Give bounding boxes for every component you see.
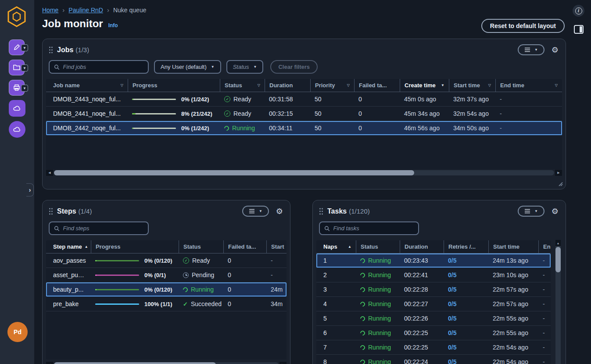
column-header-status[interactable]: Status xyxy=(179,240,223,253)
launcher-version-dropdown[interactable]: ▼ xyxy=(21,64,28,71)
retries-link[interactable]: 0/5 xyxy=(448,271,456,278)
column-header-end-time[interactable]: End time▽ xyxy=(495,79,562,92)
split-panel-button[interactable] xyxy=(574,25,584,34)
jobs-preferences-dropdown[interactable]: ▼ xyxy=(518,44,544,55)
retries-link[interactable]: 0/5 xyxy=(448,257,456,264)
jobs-horizontal-scrollbar[interactable]: ◀ ▶ xyxy=(46,170,562,176)
scroll-right-icon[interactable]: ▶ xyxy=(555,170,562,176)
scrollbar-thumb[interactable] xyxy=(555,247,561,272)
task-row[interactable]: 4Running00:22:270/522m 57s ago- xyxy=(316,297,551,311)
column-header-naps[interactable]: Naps▲ xyxy=(316,240,356,253)
duration: 00:22:24 xyxy=(400,358,444,364)
status-label: Running xyxy=(232,125,255,132)
breadcrumb-home[interactable]: Home xyxy=(42,7,58,14)
sidebar-expand-button[interactable]: › xyxy=(26,183,34,196)
retries-link[interactable]: 0/5 xyxy=(448,300,456,307)
step-row[interactable]: pre_bake100% (1/1)✓Succeeded034m xyxy=(46,297,287,311)
app-launcher-brush[interactable]: ▼ xyxy=(9,39,25,55)
column-header-status[interactable]: Status xyxy=(356,240,400,253)
column-header-status[interactable]: Status▽ xyxy=(220,79,265,92)
task-row[interactable]: 1Running00:23:430/524m 13s ago- xyxy=(316,253,551,268)
task-row[interactable]: 6Running00:22:250/522m 55s ago- xyxy=(316,326,551,340)
task-row[interactable]: 8Running00:22:240/522m 54s ago- xyxy=(316,355,551,364)
steps-search-box[interactable] xyxy=(49,221,149,235)
scrollbar-track[interactable] xyxy=(54,170,554,175)
column-header-start-time[interactable]: Start time▽ xyxy=(449,79,495,92)
find-steps-input[interactable] xyxy=(63,225,143,232)
info-circle-button[interactable]: i xyxy=(573,5,584,17)
column-header-failed-ta[interactable]: Failed ta... xyxy=(354,79,400,92)
breadcrumb-farm[interactable]: Pauline RnD xyxy=(68,7,103,14)
step-row[interactable]: beauty_p...0% (0/120)Running024m xyxy=(46,282,287,297)
end-time: - xyxy=(538,358,551,364)
drag-handle-icon[interactable] xyxy=(319,208,323,215)
retries-link[interactable]: 0/5 xyxy=(448,358,456,364)
drag-handle-icon[interactable] xyxy=(49,208,53,215)
column-header-step-name[interactable]: Step name▲ xyxy=(46,240,91,253)
steps-count: (1/4) xyxy=(79,207,92,215)
retries-link[interactable]: 0/5 xyxy=(448,329,456,336)
reset-layout-button[interactable]: Reset to default layout xyxy=(481,19,565,33)
scroll-up-icon[interactable]: ▲ xyxy=(555,240,561,246)
scrollbar-thumb[interactable] xyxy=(54,170,414,175)
column-header-progress[interactable]: Progress xyxy=(91,240,179,253)
steps-preferences-dropdown[interactable]: ▼ xyxy=(242,206,269,217)
step-row[interactable]: asset_pub...0% (0/1)Pending0- xyxy=(46,268,287,282)
column-header-start[interactable]: Start xyxy=(266,240,287,253)
column-label: Status xyxy=(183,243,201,250)
step-row[interactable]: aov_passes0% (0/120)✓Ready0- xyxy=(46,253,287,268)
progress-label: 0% (1/242) xyxy=(181,96,209,103)
app-launcher-printer[interactable]: ▼ xyxy=(9,80,25,96)
column-header-progress[interactable]: Progress xyxy=(128,79,220,92)
info-link[interactable]: Info xyxy=(108,22,118,29)
cloud-app-button[interactable] xyxy=(9,100,25,117)
find-tasks-input[interactable] xyxy=(333,225,414,232)
column-header-priority[interactable]: Priority▽ xyxy=(310,79,354,92)
retries-link[interactable]: 0/5 xyxy=(448,286,456,293)
tasks-search-box[interactable] xyxy=(319,221,419,235)
steps-horizontal-scrollbar[interactable]: ◀ ▶ xyxy=(46,362,287,364)
task-row[interactable]: 3Running00:22:280/522m 57s ago- xyxy=(316,282,551,297)
scroll-left-icon[interactable]: ◀ xyxy=(46,362,53,364)
column-header-failed-ta[interactable]: Failed ta... xyxy=(223,240,266,253)
status-filter-select[interactable]: Status ▼ xyxy=(226,60,264,74)
find-jobs-input[interactable] xyxy=(63,64,143,70)
column-label: Failed ta... xyxy=(359,82,387,89)
scroll-right-icon[interactable]: ▶ xyxy=(279,362,287,364)
app-launcher-folder[interactable]: ▼ xyxy=(9,60,25,75)
retries-link[interactable]: 0/5 xyxy=(448,344,456,351)
jobs-search-box[interactable] xyxy=(49,60,149,74)
scroll-left-icon[interactable]: ◀ xyxy=(46,170,53,176)
column-header-create-time[interactable]: Create time▼ xyxy=(400,79,449,92)
user-avatar[interactable]: Pd xyxy=(7,322,28,342)
tasks-preferences-dropdown[interactable]: ▼ xyxy=(518,206,544,217)
tasks-vertical-scrollbar[interactable]: ▲ xyxy=(555,240,561,364)
column-header-duration[interactable]: Duration xyxy=(265,79,310,92)
steps-settings-gear-icon[interactable]: ⚙ xyxy=(276,207,283,215)
job-row[interactable]: DMOB_2441_noqe_ful...8% (21/242)✓Ready00… xyxy=(46,107,562,121)
drag-handle-icon[interactable] xyxy=(49,46,53,54)
column-header-retries[interactable]: Retries /... xyxy=(444,240,488,253)
scrollbar-thumb[interactable] xyxy=(54,362,216,364)
clear-filters-button[interactable]: Clear filters xyxy=(270,60,318,74)
task-row[interactable]: 5Running00:22:260/522m 55s ago- xyxy=(316,311,551,326)
retries-link[interactable]: 0/5 xyxy=(448,315,456,322)
column-header-start-time[interactable]: Start time xyxy=(488,240,538,253)
jobs-settings-gear-icon[interactable]: ⚙ xyxy=(552,46,559,54)
scrollbar-track[interactable] xyxy=(54,362,279,364)
launcher-version-dropdown[interactable]: ▼ xyxy=(21,44,28,51)
task-row[interactable]: 2Running00:22:410/523m 10s ago- xyxy=(316,268,551,282)
column-header-job-name[interactable]: Job name▽ xyxy=(46,79,128,92)
task-row[interactable]: 7Running00:22:250/522m 54s ago- xyxy=(316,340,551,355)
user-filter-select[interactable]: Any User (default) ▼ xyxy=(154,60,221,74)
create-time: 45m 0s ago xyxy=(400,96,449,103)
launcher-version-dropdown[interactable]: ▼ xyxy=(21,85,28,92)
resize-handle[interactable] xyxy=(558,181,563,186)
deadline-cloud-logo[interactable] xyxy=(7,6,26,27)
cloud-app-button-2[interactable] xyxy=(9,121,25,138)
tasks-settings-gear-icon[interactable]: ⚙ xyxy=(552,207,559,215)
job-row[interactable]: DMOB_2442_noqe_ful...0% (1/242)Running00… xyxy=(46,121,562,136)
job-row[interactable]: DMOB_2443_noqe_ful...0% (1/242)✓Ready00:… xyxy=(46,92,562,107)
column-header-en[interactable]: En xyxy=(538,240,551,253)
column-header-duration[interactable]: Duration xyxy=(400,240,444,253)
